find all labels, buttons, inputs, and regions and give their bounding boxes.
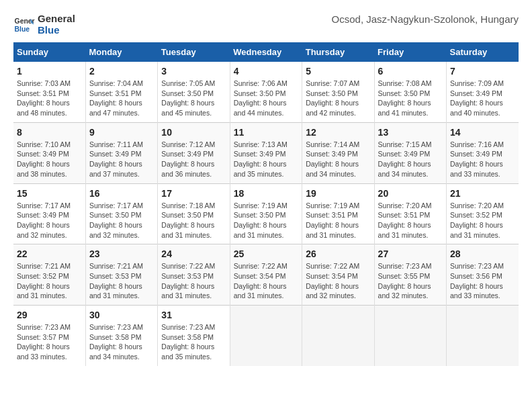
calendar-cell: 28Sunrise: 7:23 AMSunset: 3:56 PMDayligh… — [447, 244, 519, 306]
calendar-cell: 20Sunrise: 7:20 AMSunset: 3:51 PMDayligh… — [374, 183, 446, 244]
logo-name-blue: Blue — [38, 25, 75, 36]
day-detail: Sunrise: 7:15 AMSunset: 3:49 PMDaylight:… — [378, 140, 443, 179]
day-detail: Sunrise: 7:22 AMSunset: 3:54 PMDaylight:… — [306, 261, 370, 301]
logo-name-general: General — [38, 13, 75, 25]
day-number: 26 — [306, 248, 370, 259]
calendar-cell — [374, 306, 446, 366]
calendar-week-row: 29Sunrise: 7:23 AMSunset: 3:57 PMDayligh… — [13, 306, 519, 366]
day-detail: Sunrise: 7:22 AMSunset: 3:54 PMDaylight:… — [234, 261, 298, 301]
calendar-cell: 11Sunrise: 7:13 AMSunset: 3:49 PMDayligh… — [230, 122, 302, 183]
day-number: 18 — [234, 188, 298, 199]
day-detail: Sunrise: 7:13 AMSunset: 3:49 PMDaylight:… — [234, 140, 298, 179]
day-detail: Sunrise: 7:06 AMSunset: 3:50 PMDaylight:… — [234, 79, 298, 118]
calendar-cell: 26Sunrise: 7:22 AMSunset: 3:54 PMDayligh… — [302, 244, 374, 306]
day-number: 19 — [306, 188, 370, 199]
day-number: 10 — [161, 127, 226, 138]
day-detail: Sunrise: 7:23 AMSunset: 3:57 PMDaylight:… — [17, 322, 82, 362]
calendar-cell — [302, 306, 374, 366]
calendar-table: SundayMondayTuesdayWednesdayThursdayFrid… — [13, 42, 519, 366]
day-number: 12 — [306, 127, 370, 138]
day-number: 21 — [450, 188, 515, 199]
day-number: 2 — [89, 66, 154, 77]
weekday-header-tuesday: Tuesday — [158, 42, 230, 62]
day-number: 7 — [450, 66, 515, 77]
day-number: 13 — [378, 127, 443, 138]
day-number: 30 — [89, 310, 154, 320]
day-detail: Sunrise: 7:12 AMSunset: 3:49 PMDaylight:… — [161, 140, 226, 179]
logo: General Blue General Blue — [13, 13, 75, 36]
calendar-cell: 8Sunrise: 7:10 AMSunset: 3:49 PMDaylight… — [13, 122, 85, 183]
day-number: 5 — [306, 66, 370, 77]
calendar-cell: 10Sunrise: 7:12 AMSunset: 3:49 PMDayligh… — [158, 122, 230, 183]
calendar-cell: 27Sunrise: 7:23 AMSunset: 3:55 PMDayligh… — [374, 244, 446, 306]
day-number: 28 — [450, 248, 515, 259]
day-detail: Sunrise: 7:23 AMSunset: 3:58 PMDaylight:… — [89, 322, 154, 362]
day-detail: Sunrise: 7:08 AMSunset: 3:50 PMDaylight:… — [378, 79, 443, 118]
day-number: 24 — [161, 248, 226, 259]
calendar-cell: 18Sunrise: 7:19 AMSunset: 3:50 PMDayligh… — [230, 183, 302, 244]
day-detail: Sunrise: 7:07 AMSunset: 3:50 PMDaylight:… — [306, 79, 370, 118]
day-number: 6 — [378, 66, 443, 77]
calendar-subtitle: Ocsod, Jasz-Nagykun-Szolonok, Hungary — [332, 13, 519, 25]
calendar-cell: 16Sunrise: 7:17 AMSunset: 3:50 PMDayligh… — [85, 183, 157, 244]
day-detail: Sunrise: 7:21 AMSunset: 3:53 PMDaylight:… — [89, 261, 154, 301]
calendar-cell: 9Sunrise: 7:11 AMSunset: 3:49 PMDaylight… — [85, 122, 157, 183]
calendar-cell: 6Sunrise: 7:08 AMSunset: 3:50 PMDaylight… — [374, 62, 446, 122]
calendar-cell: 24Sunrise: 7:22 AMSunset: 3:53 PMDayligh… — [158, 244, 230, 306]
calendar-week-row: 15Sunrise: 7:17 AMSunset: 3:49 PMDayligh… — [13, 183, 519, 244]
calendar-cell: 13Sunrise: 7:15 AMSunset: 3:49 PMDayligh… — [374, 122, 446, 183]
calendar-cell: 1Sunrise: 7:03 AMSunset: 3:51 PMDaylight… — [13, 62, 85, 122]
calendar-cell: 7Sunrise: 7:09 AMSunset: 3:49 PMDaylight… — [447, 62, 519, 122]
calendar-cell: 15Sunrise: 7:17 AMSunset: 3:49 PMDayligh… — [13, 183, 85, 244]
weekday-header-saturday: Saturday — [447, 42, 519, 62]
calendar-cell: 22Sunrise: 7:21 AMSunset: 3:52 PMDayligh… — [13, 244, 85, 306]
day-detail: Sunrise: 7:18 AMSunset: 3:50 PMDaylight:… — [161, 201, 226, 240]
page-header: General Blue General Blue Ocsod, Jasz-Na… — [13, 13, 519, 36]
day-number: 3 — [161, 66, 226, 77]
title-block: Ocsod, Jasz-Nagykun-Szolonok, Hungary — [332, 13, 519, 25]
day-number: 29 — [17, 310, 82, 320]
day-detail: Sunrise: 7:19 AMSunset: 3:51 PMDaylight:… — [306, 201, 370, 240]
day-number: 17 — [161, 188, 226, 199]
weekday-header-wednesday: Wednesday — [230, 42, 302, 62]
day-detail: Sunrise: 7:23 AMSunset: 3:55 PMDaylight:… — [378, 261, 443, 301]
day-number: 14 — [450, 127, 515, 138]
day-number: 1 — [17, 66, 82, 77]
day-number: 8 — [17, 127, 82, 138]
calendar-week-row: 1Sunrise: 7:03 AMSunset: 3:51 PMDaylight… — [13, 62, 519, 122]
calendar-cell: 4Sunrise: 7:06 AMSunset: 3:50 PMDaylight… — [230, 62, 302, 122]
calendar-cell: 3Sunrise: 7:05 AMSunset: 3:50 PMDaylight… — [158, 62, 230, 122]
calendar-week-row: 22Sunrise: 7:21 AMSunset: 3:52 PMDayligh… — [13, 244, 519, 306]
calendar-cell: 2Sunrise: 7:04 AMSunset: 3:51 PMDaylight… — [85, 62, 157, 122]
day-detail: Sunrise: 7:23 AMSunset: 3:56 PMDaylight:… — [450, 261, 515, 301]
calendar-cell: 29Sunrise: 7:23 AMSunset: 3:57 PMDayligh… — [13, 306, 85, 366]
day-detail: Sunrise: 7:22 AMSunset: 3:53 PMDaylight:… — [161, 261, 226, 301]
day-detail: Sunrise: 7:14 AMSunset: 3:49 PMDaylight:… — [306, 140, 370, 179]
calendar-cell: 30Sunrise: 7:23 AMSunset: 3:58 PMDayligh… — [85, 306, 157, 366]
day-number: 31 — [161, 310, 226, 320]
day-detail: Sunrise: 7:09 AMSunset: 3:49 PMDaylight:… — [450, 79, 515, 118]
day-number: 20 — [378, 188, 443, 199]
day-detail: Sunrise: 7:21 AMSunset: 3:52 PMDaylight:… — [17, 261, 82, 301]
day-number: 9 — [89, 127, 154, 138]
day-detail: Sunrise: 7:20 AMSunset: 3:52 PMDaylight:… — [450, 201, 515, 240]
calendar-cell: 25Sunrise: 7:22 AMSunset: 3:54 PMDayligh… — [230, 244, 302, 306]
calendar-cell — [230, 306, 302, 366]
day-number: 27 — [378, 248, 443, 259]
day-detail: Sunrise: 7:17 AMSunset: 3:49 PMDaylight:… — [17, 201, 82, 240]
weekday-header-sunday: Sunday — [13, 42, 85, 62]
calendar-cell — [447, 306, 519, 366]
calendar-week-row: 8Sunrise: 7:10 AMSunset: 3:49 PMDaylight… — [13, 122, 519, 183]
calendar-cell: 19Sunrise: 7:19 AMSunset: 3:51 PMDayligh… — [302, 183, 374, 244]
day-number: 25 — [234, 248, 298, 259]
day-detail: Sunrise: 7:16 AMSunset: 3:49 PMDaylight:… — [450, 140, 515, 179]
calendar-cell: 14Sunrise: 7:16 AMSunset: 3:49 PMDayligh… — [447, 122, 519, 183]
calendar-header-row: SundayMondayTuesdayWednesdayThursdayFrid… — [13, 42, 519, 62]
day-number: 4 — [234, 66, 298, 77]
weekday-header-friday: Friday — [374, 42, 446, 62]
calendar-cell: 5Sunrise: 7:07 AMSunset: 3:50 PMDaylight… — [302, 62, 374, 122]
calendar-cell: 21Sunrise: 7:20 AMSunset: 3:52 PMDayligh… — [447, 183, 519, 244]
day-detail: Sunrise: 7:23 AMSunset: 3:58 PMDaylight:… — [161, 322, 226, 362]
calendar-cell: 12Sunrise: 7:14 AMSunset: 3:49 PMDayligh… — [302, 122, 374, 183]
day-number: 22 — [17, 248, 82, 259]
